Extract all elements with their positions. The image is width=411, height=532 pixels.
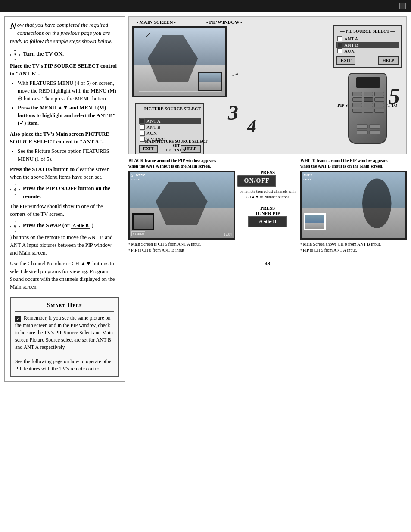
remote-btn-1 — [352, 92, 362, 96]
pip-source-ant-a: ANT A — [336, 36, 399, 42]
right-bullet-1: • Main Screen shows CH 8 from ANT B inpu… — [300, 241, 407, 247]
checkmark-icon: ✓ — [15, 316, 21, 322]
remote-bottom-buttons — [357, 124, 380, 134]
number-3-badge: 3 — [228, 101, 238, 124]
picture-aux: AUX — [139, 130, 201, 136]
right-tv-bullets: • Main Screen shows CH 8 from ANT B inpu… — [300, 241, 407, 253]
remote-btn-2 — [364, 92, 374, 96]
right-tv-diagram: ANT B PIP: 8 — [300, 171, 407, 240]
remote-body — [348, 73, 387, 144]
remote-btn-9 — [374, 103, 384, 107]
press-label-onoff: PRESS ON/OFF on remote then adjust chann… — [237, 170, 298, 199]
pip-source-ant-b: ANT B — [336, 42, 399, 48]
left-tv-pip-label: PIP: 8 — [131, 178, 140, 181]
left-tv-diagram: 5 WXYZ PIP: 8 STEREO 12:84 — [128, 171, 235, 240]
step-3-bullet-2: Press the MENU ▲▼ and MENU (M) buttons t… — [18, 104, 119, 127]
left-tv-ch-label: 5 — [131, 174, 133, 177]
on-remote-text: on remote then adjust channels with CH▲▼… — [237, 189, 298, 199]
remote-bot-btn-3 — [357, 130, 368, 134]
skier-silhouette — [148, 35, 198, 82]
remote-btn-12 — [374, 109, 384, 113]
swap-arrow-button[interactable]: A◄►B — [248, 216, 287, 227]
remote-bot-btn-4 — [369, 130, 380, 134]
bottom-right-tv-area: WHITE frame around the PIP window appear… — [300, 158, 407, 253]
pip-source-panel-title: — PIP SOURCE SELECT — — [336, 29, 399, 34]
ski-line-1 — [139, 91, 221, 92]
pip-help-button[interactable]: HELP — [378, 56, 399, 65]
step-4-body: The PIP window should show in one of the… — [10, 202, 119, 218]
pip-aux-checkbox — [337, 48, 342, 53]
smart-help-title: Smart Help — [15, 301, 114, 312]
left-tv-pip-box — [132, 213, 154, 230]
step-3-bullets: With FEATURES MENU (4 of 5) on screen, m… — [10, 79, 119, 128]
pip-source-aux: AUX — [336, 48, 399, 54]
left-tv-bullets: • Main Screen is CH 5 from ANT A input. … — [128, 241, 235, 253]
remote-btn-7 — [352, 103, 362, 107]
step-3-badge: 3 — [10, 50, 20, 60]
smart-help-body: ✓ Remember, if you see the same picture … — [15, 314, 114, 372]
left-bullet-2: • PIP is CH 8 from ANT B input — [128, 247, 235, 253]
intro-text: N ow that you have completed the require… — [10, 21, 119, 46]
right-tv-pip-label: PIP: 8 — [303, 178, 311, 181]
pic-aux-checkbox — [140, 131, 145, 136]
step-5-badge: 5 — [10, 221, 20, 232]
pip-inset-content — [199, 73, 221, 90]
step-4-header: 4 Press the PIP ON/OFF button on the rem… — [10, 184, 119, 201]
pip-inset — [198, 72, 222, 91]
step-5-header: 5 Press the SWAP (or A◄►B ) — [10, 221, 119, 232]
pic-ant-b-checkbox — [140, 124, 145, 130]
big-n-letter: N — [10, 21, 16, 31]
left-frame-label: BLACK frame around the PIP window appear… — [128, 158, 235, 169]
top-bar-square-icon — [399, 3, 406, 9]
pip-ant-b-checkbox — [337, 42, 342, 47]
bottom-middle-controls: PRESS ON/OFF on remote then adjust chann… — [237, 158, 298, 227]
right-tv-pip-box — [304, 213, 326, 230]
left-column: N ow that you have completed the require… — [4, 16, 125, 382]
number-4-badge: 4 — [247, 116, 256, 137]
bottom-section: BLACK frame around the PIP window appear… — [128, 158, 407, 253]
step-3-also-bullets: See the Picture Source option FEATURES M… — [10, 147, 119, 163]
pip-source-select-panel: — PIP SOURCE SELECT — ANT A ANT B AUX EX… — [333, 25, 402, 68]
step-3-header: 3 Turn the TV ON. — [10, 50, 119, 60]
remote-btn-6 — [374, 97, 384, 102]
remote-btn-11 — [364, 109, 374, 113]
bottom-left-tv-area: BLACK frame around the PIP window appear… — [128, 158, 235, 253]
left-tv-channel: 12:84 — [224, 233, 232, 236]
main-screen-label: - MAIN SCREEN - — [137, 19, 176, 25]
top-diagram: - MAIN SCREEN - - PIP WINDOW - ↙ → — [128, 16, 407, 154]
left-tv-pip-content — [134, 215, 153, 229]
remote-screen — [356, 77, 380, 88]
step-5-extra: Use the Channel Number or CH ▲▼ buttons … — [10, 260, 119, 291]
left-tv-stereo: STEREO — [131, 231, 145, 236]
intro-body: ow that you have completed the required … — [10, 22, 112, 44]
arrow-to-remote: → — [228, 67, 242, 82]
remote-illustration — [311, 73, 398, 148]
right-bullet-2: • PIP is CH 5 from ANT A input. — [300, 247, 407, 253]
pip-ant-a-checkbox — [337, 36, 342, 41]
on-off-button[interactable]: ON/OFF — [237, 175, 276, 187]
step-4-title: Press the PIP ON/OFF button on the remot… — [23, 184, 119, 201]
arrow-indicator: ↙ — [145, 30, 151, 40]
step-4-badge: 4 — [10, 184, 20, 195]
remote-btn-8 — [364, 103, 374, 107]
press-tuner-pip: PRESS TUNER PIP A◄►B — [248, 205, 287, 227]
remote-bot-btn-1 — [357, 124, 368, 129]
pip-window-label: - PIP WINDOW - — [206, 19, 242, 25]
step-3-sub: Place the TV's PIP SOURCE SELECT control… — [10, 62, 119, 128]
remote-btn-10 — [352, 109, 362, 113]
step-3-also: Also place the TV's Main screen PICTURE … — [10, 130, 119, 163]
top-bar — [0, 0, 411, 12]
pip-exit-button[interactable]: EXIT — [336, 56, 355, 65]
step-3-title: Turn the TV ON. — [23, 50, 64, 58]
remote-btn-5 — [364, 97, 374, 102]
right-frame-label: WHITE frame around the PIP window appear… — [300, 158, 407, 169]
remote-btn-4 — [352, 97, 362, 102]
left-bullet-1: • Main Screen is CH 5 from ANT A input. — [128, 241, 235, 247]
right-tv-ch-label: ANT B — [303, 174, 312, 177]
smart-help-box: Smart Help ✓ Remember, if you see the sa… — [10, 297, 119, 377]
picture-source-panel-title: — PICTURE SOURCE SELECT — — [139, 106, 201, 116]
left-tv-screen: 5 WXYZ PIP: 8 STEREO 12:84 — [130, 172, 234, 238]
main-src-caption: MAIN PICTURE SOURCE SELECT SETTO "ANT A" — [142, 139, 211, 152]
pip-panel-buttons: EXIT HELP — [336, 56, 399, 65]
remote-button-grid — [352, 92, 384, 113]
